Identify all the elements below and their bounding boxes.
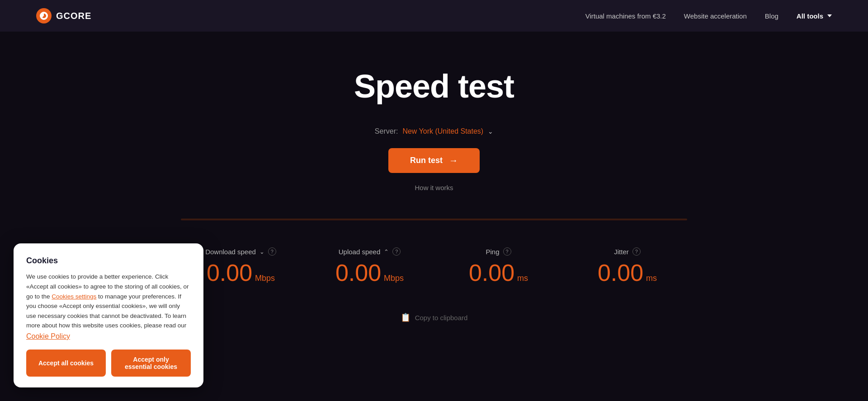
ping-help-icon[interactable]: ? [503, 247, 511, 256]
chevron-down-icon[interactable]: ⌄ [488, 128, 493, 135]
upload-label: Upload speed [339, 248, 381, 256]
jitter-help-icon[interactable]: ? [632, 247, 641, 256]
jitter-label: Jitter [614, 248, 629, 256]
ping-label: Ping [486, 248, 499, 256]
cookie-buttons: Accept all cookies Accept only essential… [26, 350, 191, 377]
upload-help-icon[interactable]: ? [392, 247, 401, 256]
progress-bar [181, 219, 687, 220]
jitter-value: 0.00 [598, 261, 643, 284]
accept-all-cookies-button[interactable]: Accept all cookies [26, 350, 106, 377]
site-header: GCORE Virtual machines from €3.2 Website… [0, 0, 868, 32]
download-help-icon[interactable]: ? [268, 247, 276, 256]
how-it-works-link[interactable]: How it works [415, 184, 453, 191]
download-label: Download speed [205, 248, 256, 256]
cookie-banner: Cookies We use cookies to provide a bett… [14, 243, 203, 387]
arrow-right-icon: → [449, 155, 458, 166]
metrics-section: Download speed ⌄ ? 0.00 Mbps Upload spee… [163, 219, 705, 327]
run-test-label: Run test [410, 156, 443, 165]
download-unit: Mbps [255, 274, 275, 283]
nav-blog[interactable]: Blog [765, 12, 778, 20]
metrics-grid: Download speed ⌄ ? 0.00 Mbps Upload spee… [181, 238, 687, 294]
ping-unit: ms [517, 274, 528, 283]
nav-website-acceleration[interactable]: Website acceleration [684, 12, 747, 20]
nav-virtual-machines[interactable]: Virtual machines from €3.2 [585, 12, 666, 20]
ping-value: 0.00 [469, 261, 514, 284]
page-title: Speed test [354, 68, 514, 105]
copy-clipboard-row[interactable]: 📋 Copy to clipboard [181, 308, 687, 327]
main-nav: Virtual machines from €3.2 Website accel… [585, 12, 832, 20]
download-direction-icon: ⌄ [259, 248, 264, 255]
cookie-policy-link[interactable]: Cookie Policy [26, 332, 191, 340]
download-value: 0.00 [207, 261, 252, 284]
accept-essential-cookies-button[interactable]: Accept only essential cookies [111, 350, 191, 377]
cookie-title: Cookies [26, 256, 191, 266]
copy-clipboard-label: Copy to clipboard [415, 314, 468, 322]
cookie-text: We use cookies to provide a better exper… [26, 272, 191, 331]
upload-unit: Mbps [384, 274, 404, 283]
upload-direction-icon: ⌃ [384, 248, 389, 255]
chevron-down-icon [827, 14, 832, 17]
server-selector-row: Server: New York (United States) ⌄ [375, 127, 493, 135]
server-value[interactable]: New York (United States) [402, 127, 483, 135]
logo-text: GCORE [56, 11, 91, 21]
jitter-metric: Jitter ? 0.00 ms [567, 238, 687, 294]
ping-metric: Ping ? 0.00 ms [439, 238, 558, 294]
jitter-unit: ms [646, 274, 657, 283]
logo-icon [36, 8, 52, 23]
upload-value: 0.00 [335, 261, 381, 284]
cookie-settings-link[interactable]: Cookies settings [52, 293, 96, 300]
upload-metric: Upload speed ⌃ ? 0.00 Mbps [310, 238, 429, 294]
run-test-button[interactable]: Run test → [388, 148, 480, 173]
server-label: Server: [375, 127, 398, 135]
nav-all-tools[interactable]: All tools [797, 12, 832, 20]
clipboard-icon: 📋 [401, 312, 410, 322]
logo[interactable]: GCORE [36, 8, 91, 23]
